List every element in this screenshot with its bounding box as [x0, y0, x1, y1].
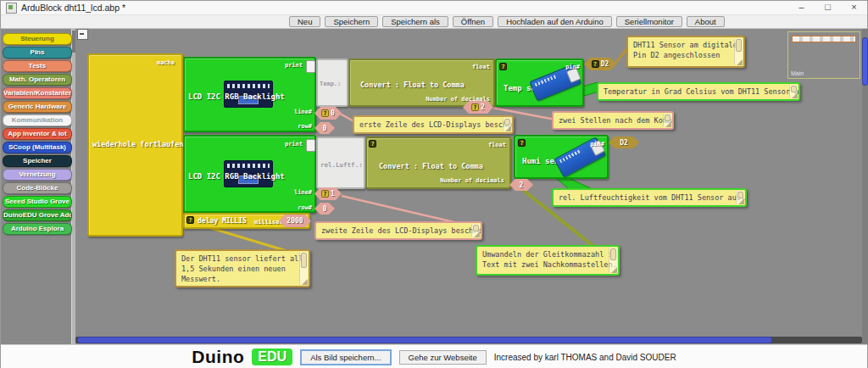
loop-do-label: mache: [157, 59, 175, 66]
sidebar-item-duinoedu-grove-add[interactable]: DuinoEDU Grove Add: [3, 209, 72, 221]
block-canvas[interactable]: mache wiederhole fortlaufend print LCD I…: [75, 29, 868, 344]
note-text: Der DHT11 sensor liefert alle1,5 Sekunde…: [181, 254, 296, 284]
comment-note[interactable]: zwei Stellen nach dem Komma: [552, 111, 674, 130]
pin-label: pin#: [590, 141, 604, 148]
pin-value: D2: [620, 139, 628, 147]
toolbar-button[interactable]: Seriellmonitor: [616, 16, 682, 27]
line-value: 1: [331, 190, 335, 198]
variable-name: rel.Luftf.:: [320, 161, 363, 169]
horizontal-scrollbar-thumb[interactable]: [77, 337, 772, 343]
sidebar-item-app-inventor-iot[interactable]: App inventor & iot: [3, 128, 72, 140]
string-variable-block-2[interactable]: rel.Luftf.:: [316, 137, 365, 189]
comment-note[interactable]: rel. Luftfeuchtigkeit vom DHT11 Sensor a…: [552, 188, 747, 207]
question-icon: ?: [518, 139, 526, 147]
lcd-print-block-2[interactable]: print LCD I2C RGB Backlight line# row#: [183, 135, 316, 213]
window-title: ArduBlock dht11_lcd.abp *: [21, 3, 125, 13]
sidebar-item-pins[interactable]: Pins: [3, 47, 72, 59]
convert-title: Convert : Float to Comma: [360, 81, 465, 89]
comment-note[interactable]: Umwandeln der Gleitkommazahl in einText …: [476, 245, 620, 276]
question-icon: ?: [186, 216, 194, 224]
maximize-button[interactable]: □: [815, 1, 841, 14]
sidebar-item-kommunikation[interactable]: Kommunikation: [3, 114, 72, 126]
string-variable-block-1[interactable]: Temp.:: [316, 59, 348, 107]
website-button[interactable]: Gehe zur Webseite: [399, 350, 487, 365]
sidebar: SteuerungPinsTestsMath. OperatorenVariab…: [1, 29, 72, 344]
minimize-button[interactable]: –: [788, 1, 815, 14]
comment-note[interactable]: zweite Zeile des LCD-Displays beschreibe…: [314, 221, 482, 240]
duino-logo-text: Duino: [192, 347, 244, 367]
toolbar-button[interactable]: Öffnen: [453, 16, 493, 27]
wire-line2-note: [342, 196, 461, 224]
delay-value: 2000: [287, 217, 303, 225]
float-label: float: [472, 64, 490, 70]
save-image-button[interactable]: Als Bild speichern...: [300, 349, 391, 365]
comment-note[interactable]: Temperatur in Grad Celsius vom DHT11 Sen…: [597, 82, 800, 101]
decimals-number-block[interactable]: ? 2: [463, 101, 493, 114]
vertical-scrollbar-thumb[interactable]: [862, 37, 868, 86]
note-scrollbar: [299, 252, 308, 285]
pin-d2-block[interactable]: D2: [609, 137, 639, 148]
sidebar-item-variablen-konstanten[interactable]: Variablen/Konstanten: [3, 87, 72, 99]
lcd-title: LCD I2C RGB Backlight: [188, 92, 285, 101]
title-bar: ArduBlock dht11_lcd.abp * – □ ×: [1, 1, 867, 15]
print-label: print: [285, 62, 303, 69]
humi-sensor-block[interactable]: ? Humi sensor pin#: [514, 135, 609, 179]
delay-value-block[interactable]: 2000: [279, 215, 311, 227]
app-window: ArduBlock dht11_lcd.abp * – □ × NeuSpeic…: [0, 0, 868, 368]
pin-value: D2: [601, 60, 609, 68]
app-icon: [6, 3, 17, 14]
sidebar-item-tests[interactable]: Tests: [3, 60, 72, 72]
loop-title: wiederhole fortlaufend: [92, 140, 188, 148]
toolbar-button[interactable]: About: [687, 16, 725, 27]
lcd-print-block-1[interactable]: print LCD I2C RGB Backlight line# row#: [183, 57, 316, 132]
variable-name: Temp.:: [320, 81, 341, 87]
vertical-scrollbar[interactable]: [862, 29, 868, 344]
comment-note[interactable]: DHT11 Sensor am digitalenPin D2 angeschl…: [626, 36, 745, 68]
comment-note[interactable]: erste Zeile des LCD-Displays beschreiben: [353, 115, 514, 134]
row-value: 0: [323, 125, 327, 132]
sidebar-item-scoop-multitask-[interactable]: SCoop (Multitask): [3, 142, 72, 153]
collapse-icon[interactable]: [77, 29, 88, 40]
note-scrollbar: [663, 114, 671, 127]
lcd-title: LCD I2C RGB Backlight: [188, 172, 285, 181]
decimals-value: 2: [520, 181, 524, 189]
row-value: 0: [323, 205, 327, 213]
minimap-panel[interactable]: Main: [787, 31, 860, 79]
note-scrollbar: [789, 85, 798, 98]
sidebar-item-speicher[interactable]: Speicher: [3, 155, 72, 167]
print-socket: [306, 139, 315, 152]
sidebar-item-vernetzung[interactable]: Vernetzung: [3, 169, 72, 181]
comment-note[interactable]: Der DHT11 sensor liefert alle1,5 Sekunde…: [175, 249, 310, 287]
decimals-label: Number of decimals: [440, 177, 504, 184]
sidebar-item-steuerung[interactable]: Steuerung: [3, 33, 72, 45]
note-scrollbar: [503, 118, 511, 131]
note-text: rel. Luftfeuchtigkeit vom DHT11 Sensor a…: [559, 192, 732, 203]
toolbar-button[interactable]: Speichern: [325, 16, 378, 27]
toolbar-button[interactable]: Speichern als: [382, 16, 448, 27]
temp-sensor-block[interactable]: ? Temp sensor pin#: [495, 59, 584, 107]
sidebar-item-generic-hardware[interactable]: Generic Hardware: [3, 101, 72, 113]
close-button[interactable]: ×: [841, 1, 867, 14]
toolbar-button[interactable]: Neu: [289, 16, 320, 27]
credit-text: Increased by karl THOMAS and David SOUDE…: [494, 353, 676, 362]
pin-d2-block[interactable]: ? D2: [584, 58, 616, 70]
edu-logo-badge: EDU: [252, 348, 292, 365]
loop-block[interactable]: mache wiederhole fortlaufend: [87, 53, 183, 237]
sidebar-item-seeed-studio-grove[interactable]: Seeed Studio Grove: [3, 196, 72, 208]
delay-title: delay MILLIS: [198, 217, 247, 225]
toolbar-button[interactable]: Hochladen auf den Arduino: [498, 16, 612, 27]
question-icon: ?: [592, 60, 599, 68]
convert-float-block-1[interactable]: Convert : Float to Comma float Number of…: [348, 59, 495, 107]
note-scrollbar: [609, 248, 617, 273]
note-scrollbar: [736, 191, 744, 204]
horizontal-scrollbar[interactable]: [75, 337, 862, 343]
minimap-label: Main: [791, 70, 804, 76]
window-controls: – □ ×: [788, 1, 867, 14]
convert-float-block-2[interactable]: ? Convert : Float to Comma float Number …: [365, 137, 511, 189]
float-label: float: [488, 142, 506, 148]
footer-bar: Duino EDU Als Bild speichern... Gehe zur…: [1, 344, 867, 368]
sidebar-item-math-operatoren[interactable]: Math. Operatoren: [3, 74, 72, 86]
sidebar-item-code-bl-cke[interactable]: Code-Blöcke: [3, 182, 72, 194]
pin-label: pin#: [565, 64, 580, 70]
sidebar-item-arduino-esplora[interactable]: Arduino Esplora: [3, 223, 72, 235]
